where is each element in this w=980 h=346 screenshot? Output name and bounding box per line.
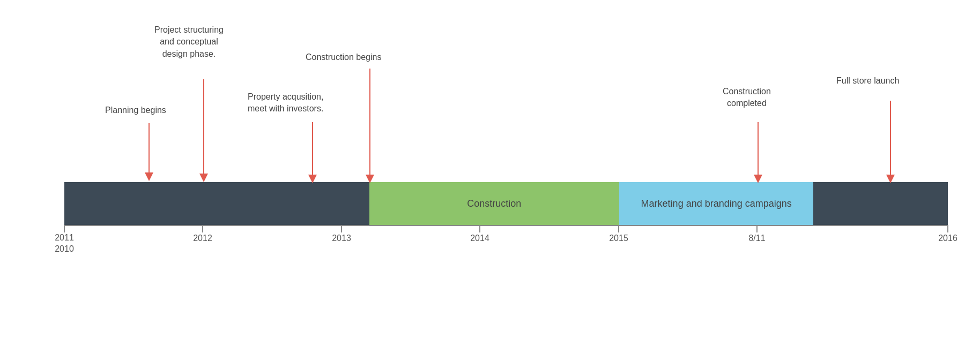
arrow-property-acquisition xyxy=(307,122,318,183)
tick-811 xyxy=(756,225,758,232)
tick-2010 xyxy=(64,225,65,232)
tick-label-2016: 2016 xyxy=(938,234,957,243)
annotation-planning-begins-text: Planning begins xyxy=(105,104,166,116)
arrow-full-store-launch xyxy=(885,101,896,183)
tick-label-811: 8/11 xyxy=(748,234,765,243)
tick-label-2010: 2011 2010 xyxy=(55,232,74,255)
timeline-bar: Construction Marketing and branding camp… xyxy=(64,182,948,225)
annotation-project-structuring-text: Project structuringand conceptualdesign … xyxy=(154,24,224,60)
tick-2013 xyxy=(341,225,342,232)
bar-green: Construction xyxy=(369,182,619,225)
annotation-property-acquisition: Property acqusition,meet with investors. xyxy=(248,91,323,115)
tick-label-2014: 2014 xyxy=(470,234,489,243)
annotation-construction-completed-text: Constructioncompleted xyxy=(723,86,771,110)
tick-2016 xyxy=(947,225,948,232)
bar-dark-left xyxy=(64,182,369,225)
tick-2012 xyxy=(202,225,203,232)
bar-dark-right xyxy=(813,182,948,225)
annotation-construction-completed: Constructioncompleted xyxy=(723,86,771,110)
tick-label-2013: 2013 xyxy=(332,234,351,243)
arrow-construction-begins xyxy=(365,69,375,183)
tick-2014 xyxy=(479,225,480,232)
arrow-project-structuring xyxy=(198,79,209,182)
blue-bar-label: Marketing and branding campaigns xyxy=(641,198,792,209)
arrow-planning-begins xyxy=(144,123,154,181)
tick-2015 xyxy=(618,225,619,232)
arrow-construction-completed xyxy=(753,122,763,183)
timeline-container: Construction Marketing and branding camp… xyxy=(0,0,980,346)
annotation-full-store-launch-text: Full store launch xyxy=(836,75,899,87)
annotation-project-structuring: Project structuringand conceptualdesign … xyxy=(154,24,224,60)
annotation-planning-begins: Planning begins xyxy=(105,104,166,116)
annotation-full-store-launch: Full store launch xyxy=(836,75,899,87)
annotation-construction-begins-text: Construction begins xyxy=(306,51,381,63)
tick-label-2015: 2015 xyxy=(609,234,628,243)
tick-label-2012: 2012 xyxy=(193,234,212,243)
axis-line xyxy=(64,225,948,226)
bar-blue: Marketing and branding campaigns xyxy=(619,182,814,225)
annotation-property-acquisition-text: Property acqusition,meet with investors. xyxy=(248,91,323,115)
green-bar-label: Construction xyxy=(467,198,521,209)
annotation-construction-begins: Construction begins xyxy=(306,51,381,63)
